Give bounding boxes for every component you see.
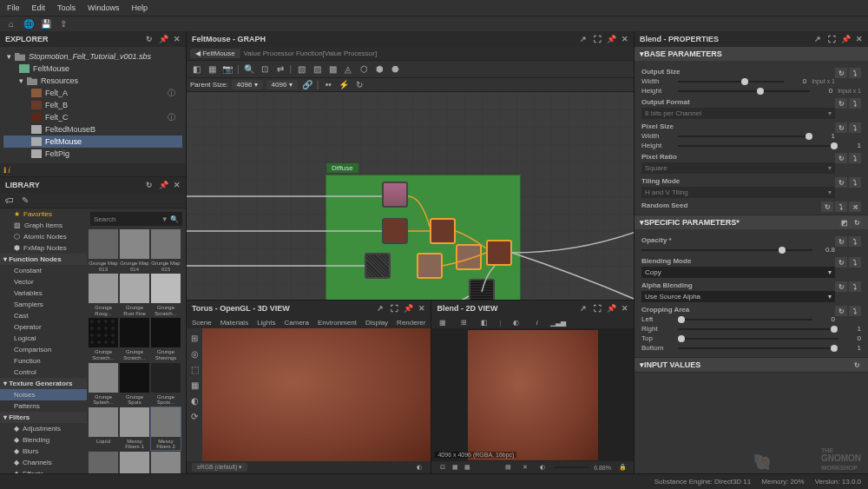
tool-icon[interactable]: ▩ [461,461,473,473]
inherit-icon[interactable]: ⤵ [849,236,861,247]
tool-icon[interactable]: ⊡ [437,461,449,473]
crop-top-slider[interactable] [678,338,838,340]
undock-icon[interactable]: ↗ [578,34,589,44]
tree-felt-a[interactable]: Felt_Aⓘ [3,87,182,99]
refresh-icon[interactable]: ↻ [353,79,365,91]
tool-icon[interactable]: ◐ [536,461,549,473]
section-specific[interactable]: ▾ SPECIFIC PARAMETERS *◩↻ [635,215,868,229]
graph-node[interactable] [365,253,391,279]
inherit-icon[interactable]: ⤵ [849,68,861,78]
link-icon[interactable]: ⇄ [274,63,286,76]
thumb[interactable]: Messy Fibers 1 [120,407,149,450]
section-base[interactable]: ▾ BASE PARAMETERS [635,47,868,61]
tiling-dropdown[interactable]: H and V Tiling▾ [641,187,835,198]
cube-icon[interactable]: ◧ [190,63,202,76]
section-inputs[interactable]: ▾ INPUT VALUES↻ [635,358,868,372]
tag-icon[interactable]: 🏷 [3,195,16,207]
pin-icon[interactable]: 📌 [840,34,851,44]
info-icon[interactable]: ⓘ [168,88,175,99]
menu-windows[interactable]: Windows [88,3,120,12]
opacity-slider[interactable] [641,249,812,251]
parent-size-x[interactable]: 4096 ▾ [232,80,263,89]
reset-icon[interactable]: ↻ [835,177,847,188]
tool-icon[interactable]: ▦ [437,316,449,328]
menu-help[interactable]: Help [132,3,148,12]
zoom-icon[interactable]: 🔍 [243,63,255,76]
undock-icon[interactable]: ↗ [812,34,823,44]
graph-canvas[interactable]: Diffuse Height [187,92,634,300]
cat-hdr-filters[interactable]: ▾ Filters [0,412,87,423]
refresh-icon[interactable]: ↻ [144,34,155,44]
home-icon[interactable]: ⌂ [5,18,17,30]
close-icon[interactable]: ✕ [620,34,630,44]
reset-icon[interactable]: ↻ [835,153,847,163]
tool-icon[interactable]: ✕ [519,461,531,473]
output-format-dropdown[interactable]: 8 bits per Channel▾ [641,108,835,119]
pixel-ratio-dropdown[interactable]: Square▾ [641,162,835,174]
maximize-icon[interactable]: ⛶ [592,34,602,44]
thumb[interactable]: Liquid [89,407,118,450]
tool-icon[interactable]: ⬢ [373,63,385,76]
menu-tools[interactable]: Tools [57,3,76,12]
thumb[interactable]: Grunge Spots... [151,363,181,406]
cat-atomic[interactable]: ⬡ Atomic Nodes [0,231,87,242]
colorspace-dropdown[interactable]: sRGB (default) ▾ [192,463,247,472]
close-icon[interactable]: ✕ [172,34,182,44]
reset-icon[interactable]: ↻ [835,306,847,316]
cat-item[interactable]: Control [0,367,87,378]
thumb[interactable]: Grunge Scratch... [151,274,181,316]
thumb[interactable]: Grunge Map 015 [151,229,181,272]
cat-item[interactable]: Vector [0,276,87,287]
pin-icon[interactable]: 📌 [606,303,616,314]
cat-hdr-tg[interactable]: ▾ Texture Generators [0,378,87,389]
inherit-icon[interactable]: ⤵ [849,281,861,292]
thumb[interactable]: Moisture Noise [151,452,181,473]
tool-icon[interactable]: ▦ [188,379,201,391]
save-icon[interactable]: 💾 [40,18,52,30]
cat-item[interactable]: Function [0,355,87,367]
tool-icon[interactable]: ⟳ [188,410,201,422]
graph-node[interactable] [430,218,456,244]
reset-icon[interactable]: ↻ [835,68,847,78]
brush-icon[interactable]: ✎ [19,195,31,207]
thumb[interactable]: Microsco... View [120,452,149,473]
cat-item[interactable]: Variables [0,287,87,299]
reset-all-icon[interactable]: ↻ [851,217,863,228]
cat-item[interactable]: Constant [0,265,87,276]
tool-icon[interactable]: ▩ [326,63,339,76]
cat-item[interactable]: Operator [0,321,87,333]
reset-icon[interactable]: ↻ [821,202,833,212]
histogram-icon[interactable]: ▁▃▅ [552,316,564,328]
close-icon[interactable]: ✕ [620,303,630,314]
maximize-icon[interactable]: ⛶ [592,303,602,314]
menu-file[interactable]: File [7,3,20,12]
tool-icon[interactable]: ⊞ [457,316,470,328]
menu-item[interactable]: Scene [192,319,212,327]
crop-right-slider[interactable] [678,328,838,330]
alpha-dropdown[interactable]: Use Source Alpha▾ [641,291,835,302]
pin-icon[interactable]: 📌 [606,34,616,44]
pin-icon[interactable]: 📌 [158,34,168,44]
fit-icon[interactable]: ⊡ [259,63,271,76]
camera-icon[interactable]: 📷 [221,63,233,76]
thumb[interactable]: Messy Fibers 2 [151,407,181,450]
close-icon[interactable]: ✕ [417,303,427,314]
cat-favorites[interactable]: ★ Favorites [0,208,87,220]
close-icon[interactable]: ✕ [854,34,865,44]
menu-item[interactable]: Camera [285,319,309,327]
inherit-icon[interactable]: ⤵ [835,202,847,212]
3d-view-canvas[interactable] [202,328,431,461]
refresh-icon[interactable]: ↻ [144,180,155,190]
cat-item[interactable]: ◆ Effects [0,468,87,473]
inherit-icon[interactable]: ⤵ [849,306,861,316]
menu-edit[interactable]: Edit [32,3,46,12]
thumb[interactable]: Grunge Scratch... [120,318,149,360]
tree-resources[interactable]: ▾Resources [3,75,182,87]
menu-item[interactable]: Lights [257,319,275,327]
expose-icon[interactable]: ◩ [838,217,851,228]
pin-icon[interactable]: 📌 [158,180,168,190]
render-icon[interactable]: ▦ [206,63,218,76]
maximize-icon[interactable]: ⛶ [389,303,399,314]
reset-icon[interactable]: ↻ [835,98,847,109]
thumb[interactable]: Grunge Scratch... [89,318,118,360]
